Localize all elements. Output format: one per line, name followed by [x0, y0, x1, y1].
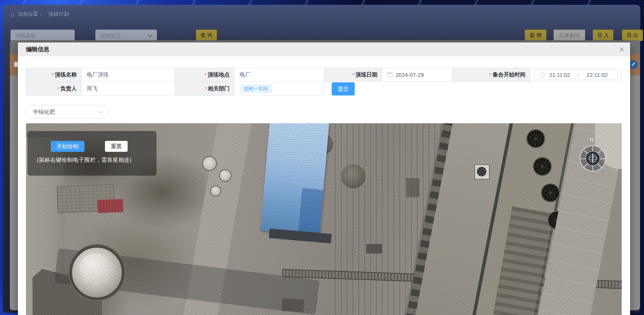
required-mark: * — [204, 86, 207, 92]
home-icon: ⌂ — [11, 11, 14, 18]
required-mark: * — [352, 72, 354, 78]
query-button[interactable]: 查 询 — [196, 30, 217, 41]
chevron-down-icon — [148, 33, 152, 37]
storage-tank — [69, 245, 124, 300]
clock-icon — [539, 72, 545, 78]
time-end: 22:11:02 — [587, 72, 607, 78]
globe-icon — [589, 154, 597, 162]
required-mark: * — [489, 72, 492, 78]
reset-button[interactable]: 重置 — [105, 141, 128, 152]
cooling-fan — [534, 158, 551, 175]
search-input[interactable] — [11, 30, 75, 41]
date-picker[interactable]: 2024-07-29 — [382, 68, 452, 82]
cooling-fan — [527, 130, 544, 147]
add-button[interactable]: 新 增 — [525, 30, 546, 41]
draw-hint-text: (鼠标右键绘制电子围栏，需首尾相连) — [37, 157, 132, 164]
manager-input[interactable]: 周飞 — [81, 82, 174, 96]
dept-select[interactable]: 原料一车间 — [234, 82, 324, 96]
calendar-icon — [387, 72, 392, 77]
edit-dialog: 编辑信息 × * 演练名称 电厂演练 * 演练地点 电厂 * 演练日期 2024… — [18, 42, 630, 315]
dept-label: * 相关部门 — [174, 82, 234, 96]
drill-name-input[interactable]: 电厂演练 — [81, 68, 174, 82]
location-input[interactable]: 电厂 — [234, 68, 324, 82]
chevron-down-icon — [98, 109, 102, 113]
draw-tools-panel: 开始绘制 重置 (鼠标右键绘制电子围栏，需首尾相连) — [27, 131, 157, 176]
status-select[interactable]: 演练状态 — [95, 30, 157, 41]
manager-label: * 负责人 — [26, 82, 81, 96]
breadcrumb: ⌂ 当前位置： 演练计划 — [11, 11, 69, 18]
blue-roof-building — [260, 123, 329, 236]
export-button[interactable]: 导 出 — [622, 30, 643, 41]
compass-icon[interactable] — [580, 145, 606, 172]
factory-select[interactable]: 华锦化肥 — [26, 105, 108, 119]
time-range-picker[interactable]: 21:11:02 - 22:11:02 — [534, 69, 618, 80]
date-label: * 演练日期 — [324, 68, 382, 82]
factory-select-value: 华锦化肥 — [33, 109, 55, 115]
required-mark: * — [57, 86, 59, 92]
status-select-placeholder: 演练状态 — [100, 33, 121, 38]
dialog-title: 编辑信息 — [26, 42, 49, 56]
map-feature — [282, 298, 304, 312]
breadcrumb-prefix: 当前位置： — [18, 11, 43, 18]
breadcrumb-current: 演练计划 — [48, 11, 69, 18]
submit-button[interactable]: 提交 — [332, 82, 355, 95]
time-start: 21:11:02 — [549, 72, 570, 78]
compass-north-label: N — [590, 136, 594, 143]
map-feature — [203, 157, 216, 170]
map-feature — [474, 164, 490, 180]
required-mark: * — [204, 72, 207, 78]
map-feature — [97, 199, 123, 213]
map-feature — [220, 170, 231, 181]
location-label: * 演练地点 — [174, 68, 234, 82]
map-canvas[interactable]: N 开始绘制 重置 (鼠标右键绘制电子围栏，需首尾相连) — [26, 123, 622, 315]
start-draw-button[interactable]: 开始绘制 — [51, 141, 84, 152]
map-feature — [211, 186, 221, 196]
batch-delete-button[interactable]: 批量删除 — [554, 30, 585, 41]
time-separator: - — [577, 72, 579, 78]
cooling-fan — [542, 184, 559, 201]
pencil-icon — [632, 63, 635, 66]
map-feature — [366, 244, 382, 254]
map-feature — [406, 178, 419, 197]
close-icon[interactable]: × — [619, 44, 624, 55]
required-mark: * — [52, 72, 54, 78]
time-label: * 集合开始时间 — [452, 68, 530, 82]
drill-name-label: * 演练名称 — [26, 68, 81, 82]
dialog-header: 编辑信息 × — [18, 42, 630, 56]
import-button[interactable]: 导 入 — [593, 30, 613, 41]
dept-tag: 原料一车间 — [240, 85, 272, 93]
time-range-cell: 21:11:02 - 22:11:02 — [530, 68, 622, 82]
page-top-banner — [0, 0, 644, 5]
